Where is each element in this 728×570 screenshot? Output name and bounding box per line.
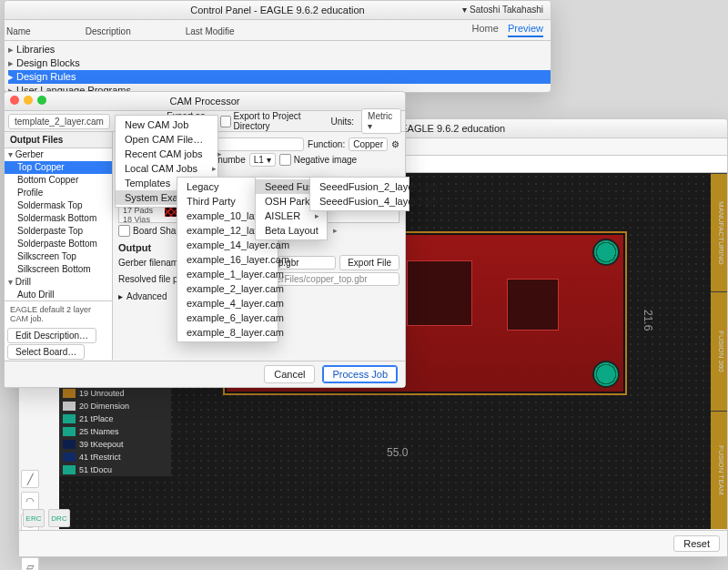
mounting-hole-icon [592, 361, 620, 388]
cam-item[interactable]: Silkscreen Bottom [5, 263, 112, 276]
units-label: Units: [331, 117, 355, 127]
cam-group-drill[interactable]: Drill [5, 276, 112, 289]
layer-swatch-icon [63, 453, 76, 462]
layer-row[interactable]: 39 tKeepout [59, 438, 171, 451]
erc-badge[interactable]: ERC [23, 509, 45, 527]
cam-title: CAM Processor [169, 96, 239, 107]
cam-bottom-bar: Cancel Process Job [5, 361, 405, 387]
tab-fusion-team[interactable]: FUSION TEAM [711, 411, 727, 529]
menu-item[interactable]: example_6_layer.cam [177, 310, 278, 325]
menu-item[interactable]: Recent CAM jobs [116, 147, 217, 161]
cam-item[interactable]: Solderpaste Top [5, 225, 112, 238]
menu-item[interactable]: example_2_layer.cam [177, 281, 278, 296]
cam-item[interactable]: Top Copper [5, 161, 112, 174]
layer-swatch-icon [63, 414, 76, 423]
negative-image-checkbox[interactable]: Negative image [279, 154, 357, 166]
units-select[interactable]: Metric ▾ [361, 108, 401, 134]
gear-icon[interactable]: ⚙ [391, 139, 399, 149]
cam-footer-note: EAGLE default 2 layer CAM job. [5, 300, 112, 327]
layer-swatch-icon [63, 402, 76, 411]
gerber-layer-select[interactable]: L1 ▾ [249, 153, 276, 167]
ic-footprint [407, 260, 472, 326]
layer-row[interactable]: 41 tRestrict [59, 451, 171, 463]
ic-footprint [507, 279, 559, 331]
layer-row[interactable]: 20 Dimension [59, 400, 171, 412]
layer-swatch-icon [63, 389, 76, 398]
tab-preview[interactable]: Preview [508, 23, 543, 37]
cam-item[interactable]: Auto Drill [5, 289, 112, 300]
select-board-button[interactable]: Select Board… [7, 344, 85, 360]
cam-item[interactable]: Bottom Copper [5, 174, 112, 187]
cam-titlebar[interactable]: CAM Processor [5, 92, 405, 111]
layer-swatch-icon [63, 465, 76, 474]
control-panel-window: Control Panel - EAGLE 9.6.2 education ▾ … [4, 0, 551, 93]
edit-description-button[interactable]: Edit Description… [7, 328, 96, 343]
line-tool-icon[interactable]: ╱ [21, 470, 39, 488]
tab-home[interactable]: Home [472, 23, 499, 37]
user-label: ▾ Satoshi Takahashi [462, 5, 543, 15]
menu-item[interactable]: New CAM Job [116, 117, 217, 132]
erc-drc-status[interactable]: ERC DRC [23, 509, 70, 527]
cam-group-gerber[interactable]: Gerber [5, 148, 112, 161]
layer-row[interactable]: 51 tDocu [59, 463, 171, 476]
output-files-panel[interactable]: Output Files GerberTop CopperBottom Copp… [5, 132, 113, 360]
export-dir-checkbox[interactable]: Export to Project Directory [220, 111, 323, 131]
cam-item[interactable]: Soldermask Bottom [5, 212, 112, 225]
menu-item[interactable]: example_16_layer.cam [177, 252, 278, 267]
menu-item[interactable]: example_8_layer.cam [177, 325, 278, 340]
menu-item[interactable]: SeeedFusion_4_layer.cam [310, 194, 409, 209]
dimension-width: 55.0 [387, 446, 408, 459]
layer-list[interactable]: 19 Unrouted20 Dimension21 tPlace25 tName… [59, 387, 171, 476]
advanced-toggle[interactable]: Advanced [126, 291, 167, 301]
mounting-hole-icon [592, 239, 620, 266]
right-tab-strip[interactable]: MANUFACTURING FUSION 360 FUSION TEAM [711, 173, 727, 529]
cam-item[interactable]: Soldermask Top [5, 199, 112, 212]
menu-item[interactable]: example_4_layer.cam [177, 296, 278, 310]
reset-button[interactable]: Reset [673, 535, 720, 552]
menu-item[interactable]: Open CAM File… [116, 132, 217, 147]
tree-item-libraries[interactable]: Libraries [8, 43, 551, 56]
layer-row[interactable]: 19 Unrouted [59, 387, 171, 400]
process-job-button[interactable]: Process Job [322, 365, 398, 383]
arc-tool-icon[interactable]: ◠ [21, 492, 39, 510]
menu-item[interactable]: example_1_layer.cam [177, 267, 278, 281]
output-files-header: Output Files [5, 132, 112, 148]
close-icon[interactable] [10, 96, 19, 105]
cam-item[interactable]: Solderpaste Bottom [5, 238, 112, 250]
tab-fusion360[interactable]: FUSION 360 [711, 291, 727, 410]
layer-row[interactable]: 21 tPlace [59, 412, 171, 425]
tab-manufacturing[interactable]: MANUFACTURING [711, 173, 727, 291]
drc-badge[interactable]: DRC [48, 509, 70, 527]
menu-item[interactable]: Beta Layout [256, 223, 327, 238]
tree-item-design-blocks[interactable]: Design Blocks [8, 56, 551, 70]
export-file-button[interactable]: Export File [339, 255, 399, 270]
layer-row[interactable]: 25 tNames [59, 425, 171, 438]
job-file-name: template_2_layer.cam [8, 114, 110, 129]
home-preview-tabs[interactable]: Home Preview [472, 23, 543, 37]
dimension-height: 21.6 [642, 310, 654, 331]
polygon-tool-icon[interactable]: ▱ [21, 557, 39, 570]
column-headers: Name Description Last Modifie [5, 20, 551, 41]
seeed-fusion-submenu[interactable]: SeeedFusion_2_layer.camSeeedFusion_4_lay… [309, 177, 410, 211]
cancel-button[interactable]: Cancel [264, 365, 315, 383]
layer-swatch-icon [63, 440, 76, 449]
menu-item[interactable]: Local CAM Jobs [116, 161, 217, 176]
minimize-icon[interactable] [24, 96, 33, 105]
tree-item-design-rules[interactable]: Design Rules [8, 70, 551, 84]
board-statusbar: Reset [19, 530, 727, 556]
cam-item[interactable]: Profile [5, 187, 112, 199]
function-select[interactable]: Copper [349, 137, 388, 151]
cam-item[interactable]: Silkscreen Top [5, 250, 112, 263]
layer-swatch-icon [63, 427, 76, 436]
menu-item[interactable]: SeeedFusion_2_layer.cam [310, 179, 409, 194]
control-panel-title: Control Panel - EAGLE 9.6.2 education [190, 5, 364, 15]
zoom-icon[interactable] [37, 96, 46, 105]
